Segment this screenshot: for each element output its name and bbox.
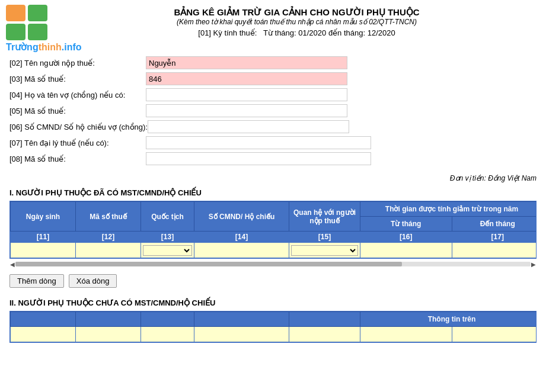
field03-input[interactable] [146, 72, 347, 85]
idx-16: [16] [360, 232, 452, 243]
page-subtitle: (Kèm theo tờ khai quyết toán thuế thu nh… [53, 18, 540, 26]
section2-title: II. NGƯỜI PHỤ THUỘC CHƯA CÓ MST/CMND/HỘ … [0, 295, 546, 311]
idx-14: [14] [194, 232, 289, 243]
col-quoc-tich: Quốc tịch [141, 202, 194, 232]
cell-quoc-tich[interactable]: Việt Nam Khác [141, 243, 194, 258]
section2-cell3 [141, 327, 194, 342]
field08-label: [08] Mã số thuế: [9, 155, 146, 163]
scrollbar-thumb [15, 262, 402, 266]
field05-label: [05] Mã số thuế: [9, 107, 146, 115]
field07-input[interactable] [146, 136, 371, 149]
col-quan-he: Quan hệ với người nộp thuế [289, 202, 360, 232]
col-thoi-gian: Thời gian được tính giảm trừ trong năm [360, 202, 537, 217]
field02-label: [02] Tên người nộp thuế: [9, 59, 146, 68]
logo-text: Trườngthinh.info [6, 41, 53, 53]
section2-col3 [141, 312, 194, 327]
field04-label: [04] Họ và tên vợ (chồng) nếu có: [9, 91, 146, 99]
section2-cell4 [194, 327, 289, 342]
field03-label: [03] Mã số thuế: [9, 75, 146, 83]
input-ma-so-thue[interactable] [78, 246, 139, 255]
field07-label: [07] Tên đại lý thuế (nếu có): [9, 139, 146, 147]
field05-input[interactable] [146, 104, 347, 117]
field06-label: [06] Số CMND/ Số hộ chiếu vợ (chồng): [9, 123, 148, 131]
col-so-cmnd: Số CMND/ Hộ chiếu [194, 202, 289, 232]
idx-15: [15] [289, 232, 360, 243]
idx-17: [17] [452, 232, 537, 243]
field06-input[interactable] [148, 120, 349, 133]
section2-col-thong-tin: Thông tin trên [360, 312, 537, 327]
xoa-dong-button[interactable]: Xóa dòng [69, 274, 117, 288]
section2-cell6 [360, 327, 452, 342]
input-ngay-sinh[interactable] [12, 246, 74, 255]
select-quan-he[interactable]: Con Vợ/Chồng Cha/Mẹ Khác [291, 245, 358, 256]
col-ngay-sinh: Ngày sinh [11, 202, 76, 232]
input-so-cmnd[interactable] [196, 246, 287, 255]
idx-12: [12] [76, 232, 141, 243]
period-line: [01] Kỳ tính thuế: Từ tháng: 01/2020 đến… [53, 28, 540, 37]
section1-table-wrapper: Ngày sinh Mã số thuế Quốc tịch Số CMND/ … [9, 201, 537, 259]
section2-cell2 [76, 327, 141, 342]
action-buttons: Thêm dòng Xóa dòng [0, 269, 546, 293]
cell-den-thang[interactable] [452, 243, 537, 258]
col-den-thang: Đến tháng [452, 217, 537, 232]
col-ma-so-thue: Mã số thuế [76, 202, 141, 232]
section2-col1 [11, 312, 76, 327]
section1-table: Ngày sinh Mã số thuế Quốc tịch Số CMND/ … [10, 201, 537, 258]
field04-input[interactable] [146, 88, 347, 101]
scroll-left-arrow[interactable]: ◀ [9, 261, 15, 268]
period-value: Từ tháng: 01/2020 đến tháng: 12/2020 [263, 28, 395, 37]
section2-col4 [194, 312, 289, 327]
cell-ma-so-thue-row[interactable] [76, 243, 141, 258]
page-title: BẢNG KÊ GIẢM TRỪ GIA CẢNH CHO NGƯỜI PHỤ … [53, 7, 540, 18]
section2-col2 [76, 312, 141, 327]
cell-ngay-sinh[interactable] [11, 243, 76, 258]
scroll-right-arrow[interactable]: ▶ [531, 261, 537, 268]
input-tu-thang[interactable] [362, 246, 450, 255]
section1-title: I. NGƯỜI PHỤ THUỘC ĐÃ CÓ MST/CMND/HỘ CHI… [0, 185, 546, 201]
horizontal-scrollbar[interactable]: ◀ ▶ [9, 260, 537, 268]
logo [6, 5, 47, 40]
section2-col5 [289, 312, 360, 327]
col-tu-thang: Từ tháng [360, 217, 452, 232]
unit-label: Đơn vị tiền: Đồng Việt Nam [0, 172, 546, 185]
section2-cell1 [11, 327, 76, 342]
cell-so-cmnd[interactable] [194, 243, 289, 258]
section2-table-wrapper: Thông tin trên [9, 311, 537, 343]
period-label: [01] Kỳ tính thuế: [198, 28, 257, 37]
input-den-thang[interactable] [454, 246, 537, 255]
section2-table: Thông tin trên [10, 311, 537, 342]
cell-tu-thang[interactable] [360, 243, 452, 258]
idx-13: [13] [141, 232, 194, 243]
field02-input[interactable] [146, 56, 347, 69]
idx-11: [11] [11, 232, 76, 243]
section2-cell7 [452, 327, 537, 342]
them-dong-button[interactable]: Thêm dòng [9, 274, 64, 288]
section2-cell5 [289, 327, 360, 342]
field08-input[interactable] [146, 152, 371, 165]
scrollbar-track[interactable] [15, 262, 531, 266]
select-quoc-tich[interactable]: Việt Nam Khác [143, 245, 192, 256]
cell-quan-he[interactable]: Con Vợ/Chồng Cha/Mẹ Khác [289, 243, 360, 258]
